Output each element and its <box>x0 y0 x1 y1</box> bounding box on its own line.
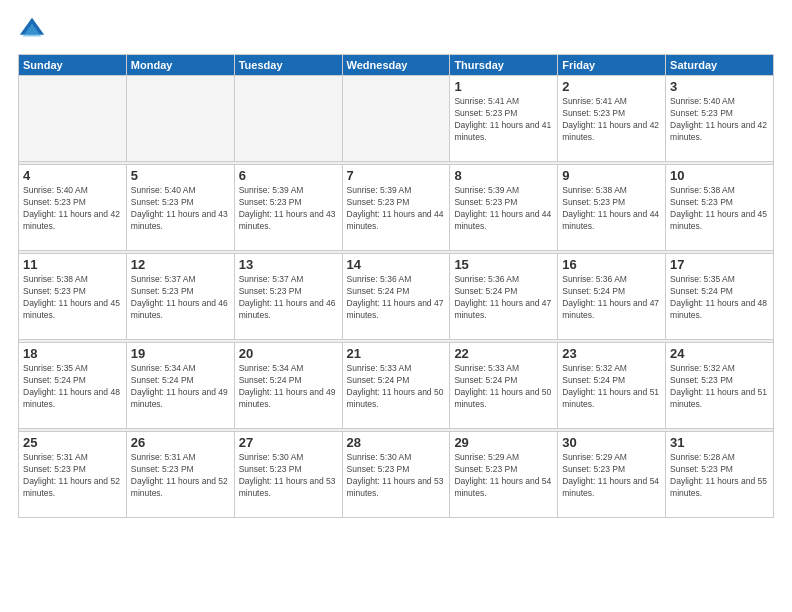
day-number: 7 <box>347 168 446 183</box>
day-number: 23 <box>562 346 661 361</box>
day-info: Sunrise: 5:36 AMSunset: 5:24 PMDaylight:… <box>562 274 661 322</box>
day-number: 30 <box>562 435 661 450</box>
day-number: 3 <box>670 79 769 94</box>
day-info: Sunrise: 5:29 AMSunset: 5:23 PMDaylight:… <box>562 452 661 500</box>
week-row-1: 1Sunrise: 5:41 AMSunset: 5:23 PMDaylight… <box>19 76 774 162</box>
calendar-cell: 6Sunrise: 5:39 AMSunset: 5:23 PMDaylight… <box>234 165 342 251</box>
calendar-cell: 9Sunrise: 5:38 AMSunset: 5:23 PMDaylight… <box>558 165 666 251</box>
day-info: Sunrise: 5:29 AMSunset: 5:23 PMDaylight:… <box>454 452 553 500</box>
calendar-cell: 8Sunrise: 5:39 AMSunset: 5:23 PMDaylight… <box>450 165 558 251</box>
day-info: Sunrise: 5:36 AMSunset: 5:24 PMDaylight:… <box>347 274 446 322</box>
day-number: 14 <box>347 257 446 272</box>
day-number: 28 <box>347 435 446 450</box>
calendar-cell: 31Sunrise: 5:28 AMSunset: 5:23 PMDayligh… <box>666 432 774 518</box>
day-info: Sunrise: 5:38 AMSunset: 5:23 PMDaylight:… <box>670 185 769 233</box>
calendar-cell: 26Sunrise: 5:31 AMSunset: 5:23 PMDayligh… <box>126 432 234 518</box>
day-number: 15 <box>454 257 553 272</box>
day-info: Sunrise: 5:38 AMSunset: 5:23 PMDaylight:… <box>23 274 122 322</box>
day-info: Sunrise: 5:35 AMSunset: 5:24 PMDaylight:… <box>670 274 769 322</box>
week-row-3: 11Sunrise: 5:38 AMSunset: 5:23 PMDayligh… <box>19 254 774 340</box>
day-info: Sunrise: 5:34 AMSunset: 5:24 PMDaylight:… <box>239 363 338 411</box>
calendar-cell: 11Sunrise: 5:38 AMSunset: 5:23 PMDayligh… <box>19 254 127 340</box>
calendar-cell: 10Sunrise: 5:38 AMSunset: 5:23 PMDayligh… <box>666 165 774 251</box>
logo <box>18 16 50 44</box>
calendar-cell: 12Sunrise: 5:37 AMSunset: 5:23 PMDayligh… <box>126 254 234 340</box>
week-row-5: 25Sunrise: 5:31 AMSunset: 5:23 PMDayligh… <box>19 432 774 518</box>
day-number: 29 <box>454 435 553 450</box>
day-number: 9 <box>562 168 661 183</box>
calendar-cell: 1Sunrise: 5:41 AMSunset: 5:23 PMDaylight… <box>450 76 558 162</box>
calendar-header-thursday: Thursday <box>450 55 558 76</box>
day-info: Sunrise: 5:31 AMSunset: 5:23 PMDaylight:… <box>131 452 230 500</box>
calendar-header-saturday: Saturday <box>666 55 774 76</box>
calendar-cell: 23Sunrise: 5:32 AMSunset: 5:24 PMDayligh… <box>558 343 666 429</box>
calendar-cell: 21Sunrise: 5:33 AMSunset: 5:24 PMDayligh… <box>342 343 450 429</box>
calendar-cell <box>126 76 234 162</box>
day-number: 21 <box>347 346 446 361</box>
day-number: 31 <box>670 435 769 450</box>
day-info: Sunrise: 5:39 AMSunset: 5:23 PMDaylight:… <box>347 185 446 233</box>
day-number: 2 <box>562 79 661 94</box>
day-number: 26 <box>131 435 230 450</box>
calendar-cell: 18Sunrise: 5:35 AMSunset: 5:24 PMDayligh… <box>19 343 127 429</box>
day-number: 4 <box>23 168 122 183</box>
calendar-cell: 2Sunrise: 5:41 AMSunset: 5:23 PMDaylight… <box>558 76 666 162</box>
calendar-cell: 3Sunrise: 5:40 AMSunset: 5:23 PMDaylight… <box>666 76 774 162</box>
day-info: Sunrise: 5:34 AMSunset: 5:24 PMDaylight:… <box>131 363 230 411</box>
calendar-cell: 13Sunrise: 5:37 AMSunset: 5:23 PMDayligh… <box>234 254 342 340</box>
day-info: Sunrise: 5:30 AMSunset: 5:23 PMDaylight:… <box>239 452 338 500</box>
calendar-cell: 17Sunrise: 5:35 AMSunset: 5:24 PMDayligh… <box>666 254 774 340</box>
day-info: Sunrise: 5:32 AMSunset: 5:24 PMDaylight:… <box>562 363 661 411</box>
calendar-cell: 7Sunrise: 5:39 AMSunset: 5:23 PMDaylight… <box>342 165 450 251</box>
day-number: 18 <box>23 346 122 361</box>
day-number: 6 <box>239 168 338 183</box>
day-info: Sunrise: 5:35 AMSunset: 5:24 PMDaylight:… <box>23 363 122 411</box>
calendar-header-monday: Monday <box>126 55 234 76</box>
calendar-header-sunday: Sunday <box>19 55 127 76</box>
calendar-cell: 5Sunrise: 5:40 AMSunset: 5:23 PMDaylight… <box>126 165 234 251</box>
calendar-cell: 29Sunrise: 5:29 AMSunset: 5:23 PMDayligh… <box>450 432 558 518</box>
day-info: Sunrise: 5:33 AMSunset: 5:24 PMDaylight:… <box>454 363 553 411</box>
day-info: Sunrise: 5:41 AMSunset: 5:23 PMDaylight:… <box>454 96 553 144</box>
day-number: 11 <box>23 257 122 272</box>
day-info: Sunrise: 5:28 AMSunset: 5:23 PMDaylight:… <box>670 452 769 500</box>
day-info: Sunrise: 5:30 AMSunset: 5:23 PMDaylight:… <box>347 452 446 500</box>
page: SundayMondayTuesdayWednesdayThursdayFrid… <box>0 0 792 612</box>
day-info: Sunrise: 5:40 AMSunset: 5:23 PMDaylight:… <box>131 185 230 233</box>
week-row-4: 18Sunrise: 5:35 AMSunset: 5:24 PMDayligh… <box>19 343 774 429</box>
day-number: 20 <box>239 346 338 361</box>
calendar-cell: 22Sunrise: 5:33 AMSunset: 5:24 PMDayligh… <box>450 343 558 429</box>
calendar-cell: 25Sunrise: 5:31 AMSunset: 5:23 PMDayligh… <box>19 432 127 518</box>
calendar-cell: 24Sunrise: 5:32 AMSunset: 5:23 PMDayligh… <box>666 343 774 429</box>
calendar-header-friday: Friday <box>558 55 666 76</box>
day-number: 27 <box>239 435 338 450</box>
week-row-2: 4Sunrise: 5:40 AMSunset: 5:23 PMDaylight… <box>19 165 774 251</box>
calendar-cell <box>342 76 450 162</box>
calendar-cell <box>19 76 127 162</box>
header <box>18 16 774 44</box>
day-number: 19 <box>131 346 230 361</box>
day-number: 10 <box>670 168 769 183</box>
day-number: 17 <box>670 257 769 272</box>
calendar-cell: 19Sunrise: 5:34 AMSunset: 5:24 PMDayligh… <box>126 343 234 429</box>
calendar-cell: 15Sunrise: 5:36 AMSunset: 5:24 PMDayligh… <box>450 254 558 340</box>
calendar-header-tuesday: Tuesday <box>234 55 342 76</box>
calendar-cell: 14Sunrise: 5:36 AMSunset: 5:24 PMDayligh… <box>342 254 450 340</box>
calendar-cell: 20Sunrise: 5:34 AMSunset: 5:24 PMDayligh… <box>234 343 342 429</box>
day-info: Sunrise: 5:37 AMSunset: 5:23 PMDaylight:… <box>239 274 338 322</box>
day-info: Sunrise: 5:32 AMSunset: 5:23 PMDaylight:… <box>670 363 769 411</box>
day-info: Sunrise: 5:33 AMSunset: 5:24 PMDaylight:… <box>347 363 446 411</box>
day-info: Sunrise: 5:39 AMSunset: 5:23 PMDaylight:… <box>454 185 553 233</box>
day-info: Sunrise: 5:40 AMSunset: 5:23 PMDaylight:… <box>23 185 122 233</box>
day-number: 8 <box>454 168 553 183</box>
day-number: 5 <box>131 168 230 183</box>
day-number: 16 <box>562 257 661 272</box>
calendar-cell: 27Sunrise: 5:30 AMSunset: 5:23 PMDayligh… <box>234 432 342 518</box>
day-number: 24 <box>670 346 769 361</box>
calendar-cell: 4Sunrise: 5:40 AMSunset: 5:23 PMDaylight… <box>19 165 127 251</box>
day-info: Sunrise: 5:40 AMSunset: 5:23 PMDaylight:… <box>670 96 769 144</box>
day-number: 12 <box>131 257 230 272</box>
day-info: Sunrise: 5:38 AMSunset: 5:23 PMDaylight:… <box>562 185 661 233</box>
day-number: 1 <box>454 79 553 94</box>
calendar-cell: 16Sunrise: 5:36 AMSunset: 5:24 PMDayligh… <box>558 254 666 340</box>
